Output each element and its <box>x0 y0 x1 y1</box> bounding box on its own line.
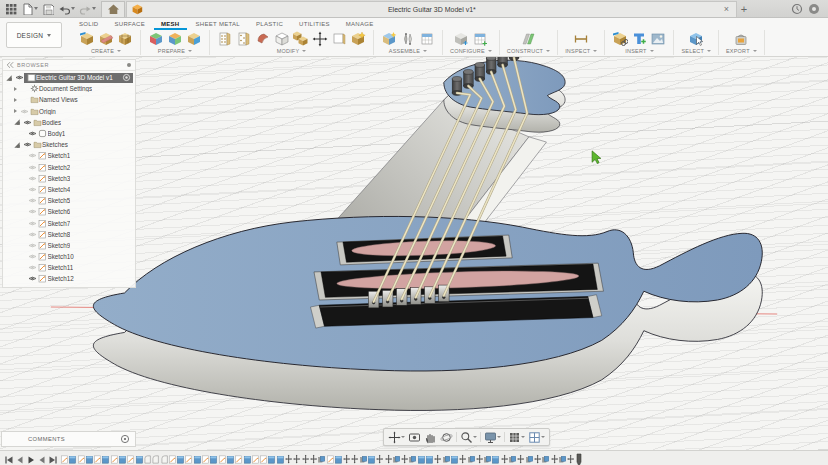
tab-surface[interactable]: SURFACE <box>108 21 152 30</box>
remesh-color-icon[interactable] <box>186 31 202 47</box>
visibility-eye-icon[interactable] <box>28 220 38 227</box>
timeline-feature-move-46[interactable] <box>434 454 441 465</box>
browser-item-sketch4[interactable]: Sketch4 <box>3 184 135 195</box>
merge-bodies-icon[interactable] <box>350 31 366 47</box>
visibility-eye-icon[interactable] <box>14 74 24 81</box>
timeline-feature-combine-41[interactable] <box>393 454 400 465</box>
job-status-icon[interactable] <box>791 3 803 15</box>
timeline-feature-combine-61[interactable] <box>559 454 566 465</box>
combine-bodies-icon[interactable] <box>293 31 309 47</box>
visibility-eye-icon[interactable] <box>28 175 38 182</box>
timeline-feature-extrude-34[interactable] <box>335 454 342 465</box>
timeline-feature-extrude-23[interactable] <box>244 454 251 465</box>
browser-item-sketch2[interactable]: Sketch2 <box>3 162 135 173</box>
visibility-eye-icon[interactable] <box>28 152 38 159</box>
timeline-feature-extrude-19[interactable] <box>210 454 217 465</box>
activate-component-radio[interactable] <box>122 73 131 83</box>
viewport-3d[interactable]: BROWSER Electric Guitar 3D Model v1Docum… <box>0 57 828 450</box>
timeline-feature-fillet-12[interactable] <box>152 454 159 465</box>
timeline-feature-move-62[interactable] <box>567 454 574 465</box>
hand-icon[interactable] <box>423 430 438 444</box>
group-label[interactable]: INSPECT <box>565 48 590 54</box>
timeline-feature-move-31[interactable] <box>310 454 317 465</box>
tab-plastic[interactable]: PLASTIC <box>249 21 290 30</box>
timeline-feature-combine-47[interactable] <box>443 454 450 465</box>
file-icon[interactable] <box>20 1 39 16</box>
timeline-feature-extrude-17[interactable] <box>194 454 201 465</box>
timeline-feature-move-30[interactable] <box>302 454 309 465</box>
timeline-feature-move-40[interactable] <box>385 454 392 465</box>
timeline-feature-sketch-1[interactable] <box>61 454 68 465</box>
tree-twisty-icon[interactable] <box>14 87 17 91</box>
generate-face-groups-icon[interactable] <box>148 31 164 47</box>
group-label[interactable]: CREATE <box>91 48 114 54</box>
timeline-feature-combine-52[interactable] <box>484 454 491 465</box>
plane-cut-icon[interactable] <box>274 31 290 47</box>
new-component-icon[interactable] <box>381 31 397 47</box>
visibility-eye-icon[interactable] <box>28 164 38 171</box>
tab-mesh[interactable]: MESH <box>154 21 187 30</box>
look-at-icon[interactable] <box>407 430 422 444</box>
timeline-feature-move-28[interactable] <box>285 454 292 465</box>
panel-options-icon[interactable] <box>126 62 132 69</box>
insert-derive-icon[interactable] <box>612 31 628 47</box>
browser-item-sketch8[interactable]: Sketch8 <box>3 229 135 240</box>
canvas-image-icon[interactable] <box>650 31 666 47</box>
play-icon[interactable] <box>26 454 36 465</box>
timeline-feature-move-29[interactable] <box>293 454 300 465</box>
timeline-feature-combine-32[interactable] <box>318 454 325 465</box>
timeline-feature-sketch-33[interactable] <box>327 454 334 465</box>
timeline-feature-sketch-25[interactable] <box>260 454 267 465</box>
timeline-feature-extrude-38[interactable] <box>368 454 375 465</box>
pan-icon[interactable] <box>387 430 406 444</box>
group-label[interactable]: INSERT <box>625 48 646 54</box>
group-label[interactable]: EXPORT <box>726 48 750 54</box>
close-tab-button[interactable]: × <box>721 5 732 14</box>
visibility-eye-icon[interactable] <box>28 275 38 282</box>
tree-twisty-icon[interactable] <box>14 120 19 125</box>
browser-item-sketch9[interactable]: Sketch9 <box>3 240 135 251</box>
insert-mesh-icon[interactable] <box>79 31 95 47</box>
timeline-feature-sketch-22[interactable] <box>235 454 242 465</box>
timeline-feature-move-60[interactable] <box>551 454 558 465</box>
timeline-feature-combine-55[interactable] <box>509 454 516 465</box>
timeline-feature-sketch-18[interactable] <box>202 454 209 465</box>
visibility-eye-icon[interactable] <box>28 253 38 260</box>
browser-item-sketch5[interactable]: Sketch5 <box>3 195 135 206</box>
timeline-feature-extrude-21[interactable] <box>227 454 234 465</box>
step-forward-icon[interactable] <box>37 454 47 465</box>
zoom-icon[interactable] <box>459 430 478 444</box>
timeline-feature-move-36[interactable] <box>351 454 358 465</box>
timeline-feature-move-42[interactable] <box>401 454 408 465</box>
replace-face-icon[interactable] <box>331 31 347 47</box>
timeline-feature-sketch-3[interactable] <box>78 454 85 465</box>
pattern-icon[interactable] <box>419 31 435 47</box>
tab-manage[interactable]: MANAGE <box>339 21 381 30</box>
timeline-playhead[interactable] <box>575 453 583 465</box>
construction-plane-icon[interactable] <box>520 31 536 47</box>
browser-item-sketch10[interactable]: Sketch10 <box>3 251 135 262</box>
new-tab-button[interactable]: + <box>737 3 751 15</box>
browser-item-sketch6[interactable]: Sketch6 <box>3 206 135 217</box>
timeline-feature-sketch-14[interactable] <box>169 454 176 465</box>
timeline-feature-fillet-11[interactable] <box>144 454 151 465</box>
browser-item-document-settings[interactable]: Document Settings <box>3 83 135 94</box>
tab-utilities[interactable]: UTILITIES <box>292 21 337 30</box>
insert-part-icon[interactable] <box>631 31 647 47</box>
timeline-feature-combine-59[interactable] <box>542 454 549 465</box>
browser-item-body1[interactable]: Body1 <box>3 128 135 139</box>
visibility-eye-icon[interactable] <box>22 141 32 148</box>
browser-item-sketch11[interactable]: Sketch11 <box>3 262 135 273</box>
select-icon[interactable] <box>688 31 704 47</box>
group-label[interactable]: PREPARE <box>158 48 185 54</box>
go-to-start-icon[interactable] <box>4 454 14 465</box>
visibility-eye-icon[interactable] <box>19 108 29 115</box>
grid-and-snaps-icon[interactable] <box>507 430 526 444</box>
display-settings-icon[interactable] <box>483 430 502 444</box>
measure-icon[interactable] <box>573 31 589 47</box>
visibility-eye-icon[interactable] <box>28 231 38 238</box>
browser-item-sketch1[interactable]: Sketch1 <box>3 150 135 161</box>
timeline-feature-sketch-5[interactable] <box>94 454 101 465</box>
timeline-feature-extrude-44[interactable] <box>418 454 425 465</box>
group-label[interactable]: CONFIGURE <box>450 48 485 54</box>
